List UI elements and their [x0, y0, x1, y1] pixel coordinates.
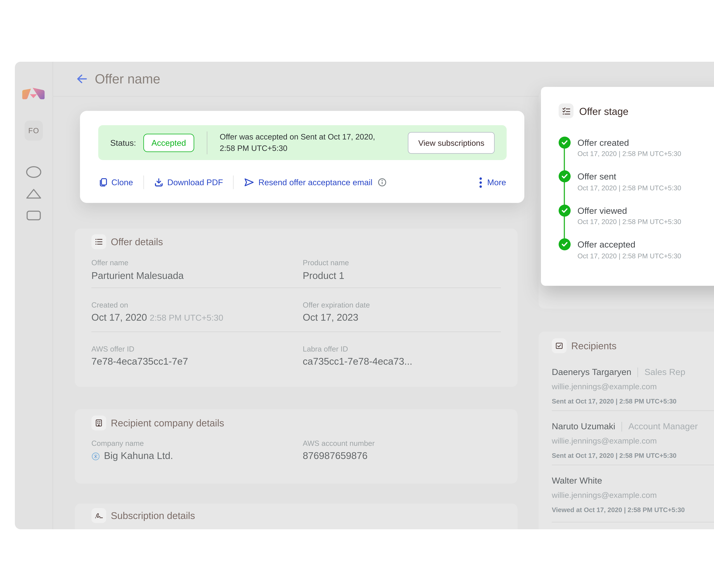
company-icon-box — [91, 416, 106, 430]
kebab-menu-icon — [479, 177, 482, 188]
recipients-title: Recipients — [571, 341, 616, 352]
send-icon — [244, 178, 255, 187]
company-name-value: Big Kahuna Ltd. — [91, 450, 173, 462]
product-name-label: Product name — [303, 258, 349, 267]
offer-actions-row: Clone Download PDF Resend offer acceptan… — [98, 170, 506, 194]
created-on-label: Created on — [91, 301, 128, 309]
recipient-status: Sent at Oct 17, 2020 | 2:58 PM UTC+5:30 — [552, 398, 714, 405]
offer-name-label: Offer name — [91, 258, 128, 267]
row-divider — [91, 332, 501, 332]
company-name-label: Company name — [91, 439, 144, 447]
action-divider — [233, 175, 234, 189]
resend-info-icon[interactable] — [377, 178, 387, 187]
timeline-step-label: Offer sent — [578, 171, 616, 182]
aws-offer-id-value: 7e78-4eca735cc1-7e7 — [91, 356, 188, 368]
checklist-icon — [562, 107, 570, 115]
recipients-section: Recipients Edit Daenerys Targaryen Sales… — [539, 332, 714, 529]
recipient-email: willie.jennings@example.com — [552, 382, 714, 391]
company-badge-icon[interactable] — [91, 452, 100, 460]
recipient-name: Naruto Uzumaki — [552, 421, 615, 432]
expiration-date-label: Offer expiration date — [303, 301, 370, 309]
download-icon — [154, 178, 164, 187]
action-divider — [143, 175, 144, 189]
app-root: FO Offer name aws Status: Accepted Offer… — [0, 0, 714, 588]
recipient-row[interactable]: Walter White willie.jennings@example.com… — [552, 470, 714, 522]
status-message: Offer was accepted on Sent at Oct 17, 20… — [220, 131, 375, 154]
user-avatar[interactable]: FO — [25, 121, 43, 141]
more-button[interactable]: More — [479, 177, 506, 188]
timeline-step-time: Oct 17, 2020 | 2:58 PM UTC+5:30 — [578, 218, 681, 226]
timeline-step-time: Oct 17, 2020 | 2:58 PM UTC+5:30 — [578, 150, 681, 158]
recipient-row[interactable]: Daenerys Targaryen Sales Rep willie.jenn… — [552, 361, 714, 411]
page-title: Offer name — [95, 71, 160, 87]
timeline-step-label: Offer created — [578, 138, 629, 148]
subscription-details-section: Subscription details — [75, 504, 518, 529]
recipient-status: Viewed at Oct 17, 2020 | 2:58 PM UTC+5:3… — [552, 506, 714, 513]
timeline-step-time: Oct 17, 2020 | 2:58 PM UTC+5:30 — [578, 184, 681, 192]
step-check-icon — [558, 136, 570, 148]
role-divider — [622, 422, 622, 431]
step-check-icon — [558, 204, 570, 216]
recipients-icon-box — [552, 338, 567, 353]
role-divider — [637, 367, 638, 377]
subscription-icon-box — [91, 508, 106, 523]
resend-acceptance-email-button[interactable]: Resend offer acceptance email — [244, 178, 372, 187]
product-name-value: Product 1 — [303, 270, 344, 282]
offer-details-title: Offer details — [111, 237, 163, 248]
created-on-value: Oct 17, 2020 2:58 PM UTC+5:30 — [91, 312, 223, 323]
offer-stage-card: Offer stage Offer created Oct 17, 2020 |… — [541, 87, 714, 286]
recipient-role: Sales Rep — [631, 367, 685, 377]
offer-stage-icon-box — [559, 103, 574, 118]
expiration-date-value: Oct 17, 2023 — [303, 312, 358, 323]
status-card: Status: Accepted Offer was accepted on S… — [80, 111, 524, 203]
recipient-email: willie.jennings@example.com — [552, 490, 714, 500]
row-divider — [91, 288, 501, 288]
list-icon — [95, 238, 103, 246]
status-label: Status: — [110, 138, 136, 147]
recipient-row[interactable]: Naruto Uzumaki Account Manager willie.je… — [552, 416, 714, 465]
sidebar-divider — [52, 62, 53, 529]
signature-icon — [94, 511, 103, 520]
download-pdf-button[interactable]: Download PDF — [154, 178, 223, 187]
clone-button[interactable]: Clone — [98, 178, 133, 187]
offer-details-section: Offer details Offer name Parturient Male… — [75, 229, 518, 387]
recipient-email: willie.jennings@example.com — [552, 436, 714, 445]
view-subscriptions-button[interactable]: View subscriptions — [408, 132, 495, 153]
offer-stage-title: Offer stage — [579, 106, 628, 118]
step-check-icon — [558, 238, 570, 250]
status-bar: Status: Accepted Offer was accepted on S… — [98, 125, 507, 160]
timeline-step-time: Oct 17, 2020 | 2:58 PM UTC+5:30 — [578, 252, 681, 260]
recipient-status: Sent at Oct 17, 2020 | 2:58 PM UTC+5:30 — [552, 452, 714, 459]
status-divider — [207, 131, 207, 154]
status-badge: Accepted — [144, 133, 194, 152]
offer-details-icon-box — [91, 234, 106, 249]
offer-name-value: Parturient Malesuada — [91, 270, 183, 282]
recipient-company-section: Recipient company details Company name B… — [75, 409, 518, 484]
timeline-connector — [564, 142, 565, 244]
app-logo-icon[interactable] — [21, 86, 46, 105]
step-check-icon — [558, 170, 570, 182]
sidebar-item-ellipse-icon[interactable] — [26, 166, 42, 178]
labra-offer-id-value: ca735cc1-7e78-4eca73... — [303, 356, 412, 368]
recipient-company-title: Recipient company details — [111, 418, 224, 429]
labra-offer-id-label: Labra offer ID — [303, 345, 348, 353]
building-icon — [95, 419, 103, 427]
recipient-name: Walter White — [552, 476, 602, 486]
subscription-details-title: Subscription details — [111, 510, 195, 522]
envelope-icon — [555, 342, 563, 350]
aws-offer-id-label: AWS offer ID — [91, 345, 134, 353]
timeline-step-label: Offer viewed — [578, 206, 627, 216]
timeline-step-label: Offer accepted — [578, 239, 635, 250]
aws-account-value: 876987659876 — [303, 450, 368, 462]
recipient-name: Daenerys Targaryen — [552, 367, 631, 377]
clone-icon — [98, 178, 107, 187]
sidebar-item-rectangle-icon[interactable] — [26, 210, 41, 220]
back-arrow-icon[interactable] — [76, 73, 87, 85]
recipient-role: Account Manager — [615, 421, 698, 432]
sidebar-item-triangle-icon[interactable] — [26, 188, 42, 200]
aws-account-label: AWS account number — [303, 439, 375, 447]
